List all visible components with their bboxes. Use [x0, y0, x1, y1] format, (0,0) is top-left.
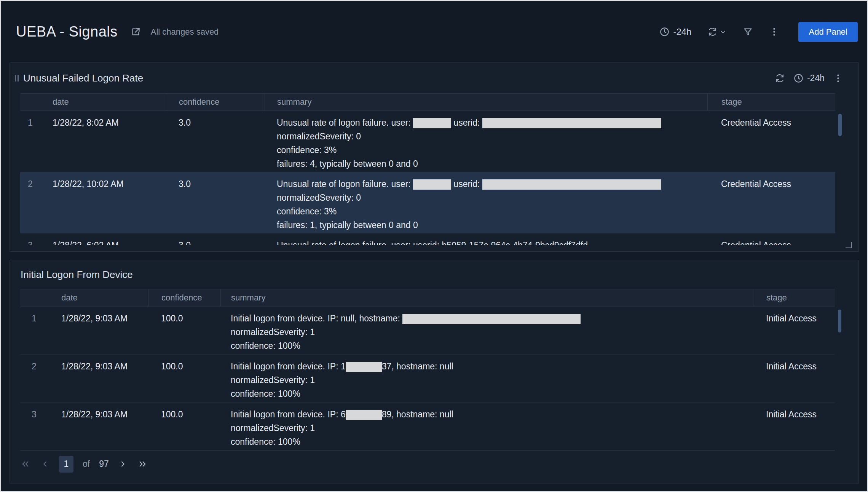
column-header-confidence[interactable]: confidence: [167, 94, 265, 110]
table-row[interactable]: 11/28/22, 8:02 AM3.0Unusual rate of logo…: [20, 111, 835, 172]
summary-line: normalizedSeverity: 0: [277, 129, 707, 143]
summary-text: confidence: 3%: [277, 145, 337, 155]
filter-button[interactable]: [743, 27, 753, 37]
summary-line: Initial logon from device. IP: 689, host…: [231, 407, 753, 421]
summary-line: normalizedSeverity: 1: [231, 325, 753, 339]
summary-line: Unusual rate of logon failure. user: use…: [277, 116, 707, 129]
refresh-button[interactable]: [707, 27, 718, 37]
summary-line: Initial logon from device. IP: null, hos…: [231, 311, 753, 325]
redacted-text: [413, 179, 451, 190]
previous-page-icon[interactable]: [40, 459, 50, 469]
refresh-options-button[interactable]: [719, 28, 727, 36]
page-title: UEBA - Signals: [16, 24, 118, 40]
pagination-of-label: of: [83, 459, 90, 469]
share-icon[interactable]: [131, 27, 141, 37]
summary-text: Initial logon from device. IP: null, hos…: [231, 313, 402, 323]
summary-line: normalizedSeverity: 1: [231, 373, 753, 387]
cell-summary: Unusual rate of logon failure. user: use…: [265, 172, 707, 233]
cell-date: 1/28/22, 8:02 AM: [48, 111, 167, 172]
time-range-control[interactable]: -24h: [659, 27, 691, 37]
panel-time-range-label: -24h: [807, 73, 825, 83]
panel-refresh-button[interactable]: [775, 73, 785, 83]
summary-text: Unusual rate of logon failure. user: use…: [277, 240, 588, 245]
panel-time-range-control[interactable]: -24h: [793, 73, 825, 83]
column-header-index: [20, 94, 48, 110]
summary-text: Initial logon from device. IP: 6: [231, 409, 346, 419]
panel-resize-handle[interactable]: [846, 242, 852, 248]
scrollbar-thumb[interactable]: [838, 114, 842, 136]
drag-handle[interactable]: [15, 75, 19, 81]
cell-date: 1/28/22, 10:02 AM: [48, 172, 167, 233]
cell-confidence: 100.0: [148, 355, 220, 402]
panel-header: Initial Logon From Device: [10, 260, 858, 289]
summary-text: normalizedSeverity: 0: [277, 131, 361, 141]
column-header-index: [20, 289, 56, 306]
cell-summary: Initial logon from device. IP: 689, host…: [220, 403, 753, 450]
summary-line: failures: 4, typically between 0 and 0: [277, 157, 707, 171]
row-index: 2: [20, 355, 56, 402]
summary-line: confidence: 3%: [277, 204, 707, 218]
table-row[interactable]: 21/28/22, 10:02 AM3.0Unusual rate of log…: [20, 172, 835, 233]
cell-summary: Initial logon from device. IP: null, hos…: [220, 307, 753, 354]
time-range-label: -24h: [673, 27, 691, 37]
current-page[interactable]: 1: [59, 456, 73, 473]
column-header-stage[interactable]: stage: [753, 289, 835, 306]
summary-text: Unusual rate of logon failure. user:: [277, 118, 413, 128]
cell-stage: Initial Access: [753, 355, 835, 402]
redacted-text: [346, 362, 382, 372]
row-index: 2: [20, 172, 48, 233]
table-row[interactable]: 11/28/22, 9:03 AM100.0Initial logon from…: [20, 307, 835, 355]
last-page-icon[interactable]: [137, 459, 148, 469]
kebab-menu-icon[interactable]: [833, 73, 843, 83]
summary-line: Initial logon from device. IP: 137, host…: [231, 359, 753, 373]
table-row[interactable]: 21/28/22, 9:03 AM100.0Initial logon from…: [20, 355, 835, 403]
column-header-summary[interactable]: summary: [220, 289, 753, 306]
summary-text: confidence: 3%: [277, 206, 337, 216]
clock-icon: [793, 73, 804, 83]
first-page-icon[interactable]: [20, 459, 30, 469]
cell-date: 1/28/22, 9:03 AM: [56, 355, 148, 402]
summary-line: confidence: 100%: [231, 339, 753, 353]
redacted-text: [402, 314, 581, 324]
column-header-date[interactable]: date: [48, 94, 167, 110]
summary-text: normalizedSeverity: 1: [231, 423, 315, 433]
summary-line: Unusual rate of logon failure. user: use…: [277, 177, 707, 191]
summary-line: normalizedSeverity: 0: [277, 191, 707, 204]
cell-confidence: 100.0: [148, 403, 220, 450]
scrollbar-thumb[interactable]: [838, 310, 841, 332]
cell-stage: Initial Access: [753, 307, 835, 354]
table-header: dateconfidencesummarystage: [20, 93, 835, 111]
summary-text: normalizedSeverity: 1: [231, 375, 315, 385]
filter-icon: [743, 27, 753, 37]
summary-text: 37, hostname: null: [382, 361, 453, 371]
kebab-menu-icon[interactable]: [769, 27, 779, 37]
table-row[interactable]: 31/28/22, 9:03 AM100.0Initial logon from…: [20, 403, 835, 450]
table-header: dateconfidencesummarystage: [20, 289, 835, 307]
summary-line: failures: 1, typically between 0 and 0: [277, 218, 707, 232]
row-index: 1: [20, 111, 48, 172]
cell-date: 1/28/22, 9:03 AM: [56, 307, 148, 354]
cell-confidence: 100.0: [148, 307, 220, 354]
row-index: 3: [20, 403, 56, 450]
cell-stage: Credential Access: [707, 111, 835, 172]
summary-text: 89, hostname: null: [382, 409, 453, 419]
cell-stage: Initial Access: [753, 403, 835, 450]
next-page-icon[interactable]: [118, 459, 128, 469]
redacted-text: [413, 118, 451, 128]
add-panel-button[interactable]: Add Panel: [798, 22, 858, 42]
summary-text: Unusual rate of logon failure. user:: [277, 179, 413, 189]
cell-date: 1/28/22, 6:02 AM: [48, 233, 167, 245]
summary-text: confidence: 100%: [231, 389, 300, 399]
dashboard: UEBA - Signals All changes saved -24h: [0, 0, 868, 492]
column-header-stage[interactable]: stage: [707, 94, 835, 110]
column-header-confidence[interactable]: confidence: [148, 289, 220, 306]
column-header-date[interactable]: date: [56, 289, 148, 306]
summary-text: confidence: 100%: [231, 341, 300, 351]
summary-text: userid:: [451, 118, 482, 128]
column-header-summary[interactable]: summary: [265, 94, 707, 110]
row-index: 1: [20, 307, 56, 354]
table-row[interactable]: 31/28/22, 6:02 AM3.0Unusual rate of logo…: [20, 233, 835, 245]
table-body: 11/28/22, 8:02 AM3.0Unusual rate of logo…: [20, 111, 835, 245]
dashboard-header: UEBA - Signals All changes saved -24h: [1, 1, 867, 62]
panel-title: Unusual Failed Logon Rate: [23, 72, 775, 84]
